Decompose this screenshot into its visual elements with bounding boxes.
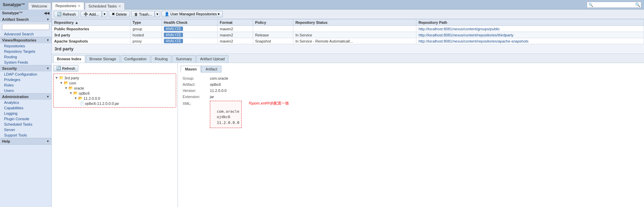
sidebar-section-header-3[interactable]: Administration▼: [0, 94, 51, 100]
col-header-1[interactable]: Type: [131, 19, 162, 26]
analyze-button[interactable]: ANALYZE: [164, 27, 183, 31]
sidebar-item-support-tools[interactable]: Support Tools: [0, 132, 51, 138]
collapse-icon[interactable]: ▼: [60, 81, 63, 85]
sidebar-item-logging[interactable]: Logging: [0, 111, 51, 116]
path-link[interactable]: http://localhost:8081/nexus/content/repo…: [418, 33, 513, 37]
cell-path[interactable]: http://localhost:8081/nexus/content/repo…: [416, 32, 644, 38]
top-tab-2[interactable]: Scheduled Tasks✕: [85, 2, 125, 10]
cell-health[interactable]: ANALYZE: [162, 26, 217, 32]
sub-tab-browse-index[interactable]: Browse Index: [53, 55, 85, 63]
cell-type: proxy: [131, 38, 162, 44]
sidebar-section-0: Artifact Search▼Advanced Search: [0, 16, 51, 37]
top-tab-1[interactable]: Repositories✕: [52, 2, 84, 10]
sidebar-collapse-btn[interactable]: ◀◀: [44, 11, 49, 15]
tree-row[interactable]: 📄ojdbc6-11.2.0.0.0.jar: [79, 101, 174, 106]
search-input[interactable]: [587, 2, 641, 8]
sub-tab-routing[interactable]: Routing: [151, 55, 171, 63]
add-icon: ➕: [83, 12, 88, 16]
search-icon: 🔍: [635, 2, 640, 7]
sidebar-item-privileges[interactable]: Privileges: [0, 77, 51, 82]
sidebar-item-repository-targets[interactable]: Repository Targets: [0, 49, 51, 54]
cell-policy: [253, 26, 293, 32]
detail-row: Group: com.oracle: [181, 75, 641, 81]
detail-tab-maven[interactable]: Maven: [181, 66, 201, 73]
col-header-0[interactable]: Repository ▲: [52, 19, 131, 26]
tree-children: 📄ojdbc6-11.2.0.0.0.jar: [74, 101, 174, 106]
tree-row[interactable]: ▼📂com: [60, 80, 174, 85]
trash-icon: 🗑: [134, 12, 138, 16]
sidebar-section-header-1[interactable]: Views/Repositories▼: [0, 37, 51, 43]
sidebar-item-ldap-configuration[interactable]: LDAP Configuration: [0, 71, 51, 77]
col-header-4[interactable]: Policy: [253, 19, 293, 26]
sidebar-item-server[interactable]: Server: [0, 127, 51, 132]
tree-node[interactable]: ▼📂com▼📂oracle▼📂ojdbc6▼📂11.2.0.0.0📄ojdbc6…: [60, 80, 174, 106]
sidebar-section-header-4[interactable]: Help▼: [0, 138, 51, 144]
close-tab-icon[interactable]: ✕: [78, 4, 80, 8]
sidebar-item-users[interactable]: Users: [0, 88, 51, 93]
sidebar-item-capabilities[interactable]: Capabilities: [0, 105, 51, 111]
collapse-icon[interactable]: ▼: [55, 76, 58, 80]
sidebar-item-roles[interactable]: Roles: [0, 82, 51, 88]
cell-health[interactable]: ANALYZE: [162, 38, 217, 44]
tree-node[interactable]: ▼📂ojdbc6▼📂11.2.0.0.0📄ojdbc6-11.2.0.0.0.j…: [69, 91, 174, 106]
add-dropdown-button[interactable]: ▾: [102, 11, 107, 17]
folder-icon: 📂: [73, 91, 78, 95]
collapse-icon[interactable]: ▼: [74, 96, 77, 100]
tree-node[interactable]: ▼📁3rd party▼📂com▼📂oracle▼📂ojdbc6▼📂11.2.0…: [55, 75, 174, 106]
collapse-icon[interactable]: ▼: [64, 86, 68, 90]
cell-path[interactable]: http://localhost:8081/nexus/content/grou…: [416, 26, 644, 32]
top-tab-0[interactable]: Welcome: [28, 2, 51, 10]
tree-node[interactable]: ▼📂oracle▼📂ojdbc6▼📂11.2.0.0.0📄ojdbc6-11.2…: [64, 85, 174, 106]
section-arrow-icon: ▼: [46, 67, 49, 70]
sub-tab-browse-storage[interactable]: Browse Storage: [86, 55, 120, 63]
field-key: Version:: [181, 87, 208, 94]
table-row[interactable]: Apache SnapshotsproxyANALYZEmaven2Snapsh…: [52, 38, 644, 44]
trash-button[interactable]: 🗑 Trash...: [131, 11, 155, 17]
tree-node[interactable]: 📄ojdbc6-11.2.0.0.0.jar: [79, 101, 174, 106]
advanced-search-link[interactable]: Advanced Search: [0, 31, 51, 37]
close-tab-icon[interactable]: ✕: [118, 4, 121, 8]
detail-tab-artifact[interactable]: Artifact: [201, 66, 221, 73]
sidebar-section-header-2[interactable]: Security▼: [0, 65, 51, 71]
analyze-button[interactable]: ANALYZE: [164, 33, 183, 37]
artifact-search-input[interactable]: [2, 24, 49, 30]
cell-path[interactable]: http://localhost:8081/nexus/content/repo…: [416, 38, 644, 44]
sub-tab-configuration[interactable]: Configuration: [121, 55, 150, 63]
delete-button[interactable]: ✖ Delete: [109, 11, 130, 17]
sidebar-item-system-feeds[interactable]: System Feeds: [0, 60, 51, 65]
tree-row[interactable]: ▼📂oracle: [64, 85, 174, 91]
sidebar-item-scheduled-tasks[interactable]: Scheduled Tasks: [0, 122, 51, 127]
sidebar-item-routing[interactable]: Routing: [0, 54, 51, 60]
field-key: XML:: [181, 100, 208, 129]
sidebar-item-plugin-console[interactable]: Plugin Console: [0, 116, 51, 122]
table-row[interactable]: Public RepositoriesgroupANALYZEmaven2htt…: [52, 26, 644, 32]
sidebar-section-header-0[interactable]: Artifact Search▼: [0, 16, 51, 22]
sidebar-item-analytics[interactable]: Analytics: [0, 100, 51, 105]
section-arrow-icon: ▼: [46, 18, 49, 21]
trash-dropdown-button[interactable]: ▾: [155, 11, 160, 17]
refresh-button[interactable]: 🔄 Refresh: [54, 11, 79, 17]
table-row[interactable]: 3rd partyhostedANALYZEmaven2ReleaseIn Se…: [52, 32, 644, 38]
tree-row[interactable]: ▼📁3rd party: [55, 75, 174, 80]
add-button[interactable]: ➕ Add...: [80, 11, 102, 17]
cell-health[interactable]: ANALYZE: [162, 32, 217, 38]
folder-icon: 📂: [64, 81, 68, 85]
sidebar-item-repositories[interactable]: Repositories: [0, 43, 51, 49]
col-header-2[interactable]: Health Check: [162, 19, 217, 26]
user-managed-button[interactable]: 👤 User Managed Repositories ▾: [162, 11, 223, 17]
collapse-icon[interactable]: ▼: [69, 91, 73, 95]
col-header-6[interactable]: Repository Path: [416, 19, 644, 26]
path-link[interactable]: http://localhost:8081/nexus/content/repo…: [418, 39, 528, 43]
xml-content: com.oracle ojdbc6 11.2.0.0.0: [210, 101, 242, 128]
tree-row[interactable]: ▼📂ojdbc6: [69, 91, 174, 96]
tree-refresh-button[interactable]: 🔄 Refresh: [53, 65, 78, 71]
analyze-button[interactable]: ANALYZE: [164, 39, 183, 43]
path-link[interactable]: http://localhost:8081/nexus/content/grou…: [418, 27, 500, 31]
folder-icon: 📂: [78, 96, 83, 100]
tree-node[interactable]: ▼📂11.2.0.0.0📄ojdbc6-11.2.0.0.0.jar: [74, 96, 174, 106]
sub-tab-summary[interactable]: Summary: [172, 55, 196, 63]
col-header-3[interactable]: Format: [217, 19, 253, 26]
col-header-5[interactable]: Repository Status: [293, 19, 416, 26]
tree-row[interactable]: ▼📂11.2.0.0.0: [74, 96, 174, 101]
sub-tab-artifact-upload[interactable]: Artifact Upload: [196, 55, 228, 63]
